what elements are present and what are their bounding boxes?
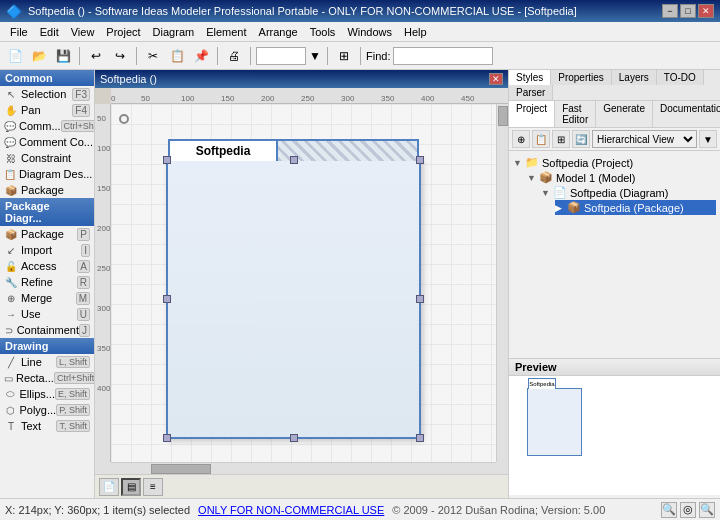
expand-project[interactable]: ▼	[513, 158, 525, 168]
right-panel: Styles Properties Layers TO-DO Parser Pr…	[508, 70, 720, 498]
canvas-area[interactable]: Softpedia () ✕ 0 50 100 150 200 250 300 …	[95, 70, 508, 498]
tab-todo[interactable]: TO-DO	[657, 70, 704, 85]
right-dropdown-btn[interactable]: ▼	[699, 130, 717, 148]
tab-styles[interactable]: Styles	[509, 70, 551, 86]
open-button[interactable]: 📂	[28, 45, 50, 67]
pan-icon: ✋	[4, 103, 18, 117]
expand-diagram[interactable]: ▼	[541, 188, 553, 198]
tab-properties[interactable]: Properties	[551, 70, 612, 85]
paste-button[interactable]: 📌	[190, 45, 212, 67]
right-tabs-row1: Styles Properties Layers TO-DO Parser	[509, 70, 720, 101]
menu-view[interactable]: View	[65, 24, 101, 40]
subtab-project[interactable]: Project	[509, 101, 555, 127]
redo-button[interactable]: ↪	[109, 45, 131, 67]
sidebar-item-use[interactable]: → Use U	[0, 306, 94, 322]
sidebar-item-package[interactable]: 📦 Package P	[0, 226, 94, 242]
undo-button[interactable]: ↩	[85, 45, 107, 67]
sidebar-item-text[interactable]: T Text T, Shift	[0, 418, 94, 434]
common-section-header[interactable]: Common	[0, 70, 94, 86]
expand-model[interactable]: ▼	[527, 173, 539, 183]
scroll-thumb[interactable]	[151, 464, 211, 474]
right-tool-2[interactable]: 📋	[532, 130, 550, 148]
sel-handle-tm[interactable]	[290, 156, 298, 164]
bottom-btn-1[interactable]: 📄	[99, 478, 119, 496]
tree-item-model[interactable]: ▼ 📦 Model 1 (Model)	[527, 170, 716, 185]
expand-package[interactable]: ▶	[555, 203, 567, 213]
package-element[interactable]: Softpedia	[166, 159, 421, 439]
sel-handle-br[interactable]	[416, 434, 424, 442]
new-button[interactable]: 📄	[4, 45, 26, 67]
grid-button[interactable]: ⊞	[333, 45, 355, 67]
sidebar-item-line[interactable]: ╱ Line L, Shift	[0, 354, 94, 370]
right-tool-1[interactable]: ⊕	[512, 130, 530, 148]
sidebar-item-constraint[interactable]: ⛓ Constraint	[0, 150, 94, 166]
sidebar-item-selection[interactable]: ↖ Selection F3	[0, 86, 94, 102]
diagram-close-button[interactable]: ✕	[489, 73, 503, 85]
save-button[interactable]: 💾	[52, 45, 74, 67]
zoom-reset-button[interactable]: ◎	[680, 502, 696, 518]
right-tool-3[interactable]: ⊞	[552, 130, 570, 148]
menu-project[interactable]: Project	[100, 24, 146, 40]
sidebar-item-ellipse[interactable]: ⬭ Ellips... E, Shift	[0, 386, 94, 402]
subtab-generate[interactable]: Generate	[596, 101, 653, 127]
cut-button[interactable]: ✂	[142, 45, 164, 67]
vertical-scrollbar[interactable]	[496, 104, 508, 462]
rect-icon: ▭	[4, 371, 13, 385]
close-button[interactable]: ✕	[698, 4, 714, 18]
sidebar-item-package-common[interactable]: 📦 Package	[0, 182, 94, 198]
sidebar-item-comment[interactable]: 💬 Comment Co...	[0, 134, 94, 150]
sel-handle-bl[interactable]	[163, 434, 171, 442]
subtab-documentation[interactable]: Documentation	[653, 101, 720, 127]
menu-file[interactable]: File	[4, 24, 34, 40]
sidebar-item-access[interactable]: 🔓 Access A	[0, 258, 94, 274]
copy-button[interactable]: 📋	[166, 45, 188, 67]
bottom-btn-3[interactable]: ≡	[143, 478, 163, 496]
menu-diagram[interactable]: Diagram	[147, 24, 201, 40]
tree-item-diagram[interactable]: ▼ 📄 Softpedia (Diagram)	[541, 185, 716, 200]
zoom-input[interactable]: 100 %	[256, 47, 306, 65]
maximize-button[interactable]: □	[680, 4, 696, 18]
menu-help[interactable]: Help	[398, 24, 433, 40]
sidebar-item-diagram-des[interactable]: 📋 Diagram Des...	[0, 166, 94, 182]
tab-parser[interactable]: Parser	[509, 85, 553, 100]
pkg-diag-section-header[interactable]: Package Diagr...	[0, 198, 94, 226]
zoom-control: 100 % ▼	[256, 45, 322, 67]
menu-element[interactable]: Element	[200, 24, 252, 40]
minimize-button[interactable]: −	[662, 4, 678, 18]
diagram-canvas[interactable]: Softpedia	[111, 104, 496, 462]
right-tool-4[interactable]: 🔄	[572, 130, 590, 148]
view-select[interactable]: Hierarchical View	[592, 130, 697, 148]
print-button[interactable]: 🖨	[223, 45, 245, 67]
tree-item-package[interactable]: ▶ 📦 Softpedia (Package)	[555, 200, 716, 215]
bottom-btn-2[interactable]: ▤	[121, 478, 141, 496]
menu-tools[interactable]: Tools	[304, 24, 342, 40]
access-icon: 🔓	[4, 259, 18, 273]
sel-handle-tr[interactable]	[416, 156, 424, 164]
non-commercial-link[interactable]: ONLY FOR NON-COMMERCIAL USE	[198, 504, 384, 516]
sidebar-item-containment[interactable]: ⊃ Containment J	[0, 322, 94, 338]
sidebar-item-merge[interactable]: ⊕ Merge M	[0, 290, 94, 306]
tab-layers[interactable]: Layers	[612, 70, 657, 85]
tree-item-project[interactable]: ▼ 📁 Softpedia (Project)	[513, 155, 716, 170]
menu-arrange[interactable]: Arrange	[253, 24, 304, 40]
horizontal-scrollbar[interactable]	[111, 462, 496, 474]
sidebar-item-pan[interactable]: ✋ Pan F4	[0, 102, 94, 118]
find-input[interactable]	[393, 47, 493, 65]
zoom-dropdown-button[interactable]: ▼	[308, 45, 322, 67]
sidebar-item-comm[interactable]: 💬 Comm... Ctrl+Shift	[0, 118, 94, 134]
drawing-section-header[interactable]: Drawing	[0, 338, 94, 354]
sidebar-item-polygon[interactable]: ⬡ Polyg... P, Shift	[0, 402, 94, 418]
zoom-out-button[interactable]: 🔍	[661, 502, 677, 518]
sidebar-item-refine[interactable]: 🔧 Refine R	[0, 274, 94, 290]
sidebar-item-import[interactable]: ↙ Import I	[0, 242, 94, 258]
sel-handle-tl[interactable]	[163, 156, 171, 164]
merge-shortcut: M	[76, 292, 90, 305]
subtab-fast-editor[interactable]: Fast Editor	[555, 101, 596, 127]
zoom-in-button[interactable]: 🔍	[699, 502, 715, 518]
sel-handle-bm[interactable]	[290, 434, 298, 442]
sidebar-item-rectangle[interactable]: ▭ Recta... Ctrl+Shift	[0, 370, 94, 386]
menu-windows[interactable]: Windows	[341, 24, 398, 40]
sel-handle-mr[interactable]	[416, 295, 424, 303]
sel-handle-ml[interactable]	[163, 295, 171, 303]
menu-edit[interactable]: Edit	[34, 24, 65, 40]
